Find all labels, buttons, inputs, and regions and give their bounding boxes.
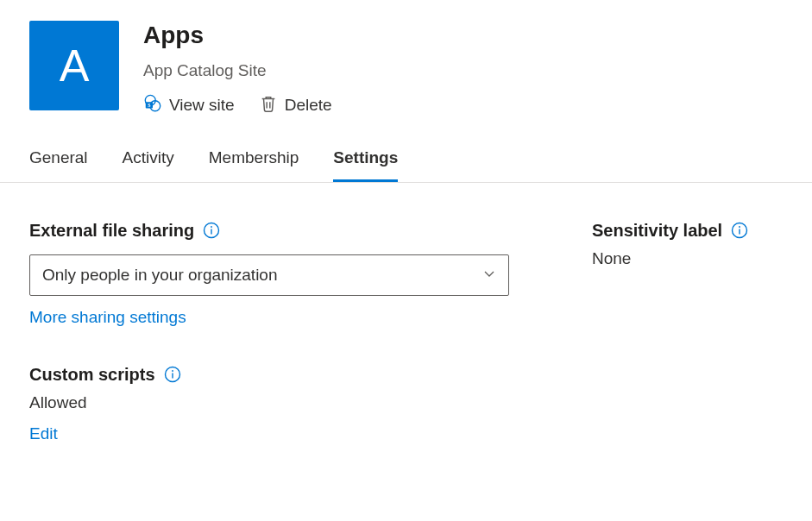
custom-scripts-title-row: Custom scripts: [29, 365, 509, 385]
more-sharing-settings-link[interactable]: More sharing settings: [29, 308, 186, 327]
tab-membership[interactable]: Membership: [209, 148, 299, 182]
external-sharing-value: Only people in your organization: [42, 266, 278, 285]
sharepoint-icon: S: [143, 94, 162, 117]
view-site-label: View site: [169, 96, 235, 115]
sensitivity-title-row: Sensitivity label: [592, 221, 748, 241]
site-header: A Apps App Catalog Site S View site: [0, 0, 812, 117]
external-sharing-title-row: External file sharing: [29, 221, 509, 241]
tab-general[interactable]: General: [29, 148, 88, 182]
svg-point-12: [739, 226, 740, 228]
tab-bar: General Activity Membership Settings: [0, 117, 812, 183]
site-logo: A: [29, 21, 119, 110]
info-icon[interactable]: [164, 366, 181, 383]
chevron-down-icon: [482, 266, 496, 285]
tab-activity[interactable]: Activity: [123, 148, 174, 182]
header-actions: S View site Delete: [143, 94, 332, 117]
svg-point-6: [211, 226, 212, 228]
external-sharing-title: External file sharing: [29, 221, 194, 241]
svg-point-9: [172, 370, 173, 372]
delete-button[interactable]: Delete: [259, 94, 332, 117]
site-subtitle: App Catalog Site: [143, 61, 332, 80]
custom-scripts-title: Custom scripts: [29, 365, 155, 385]
info-icon[interactable]: [731, 222, 748, 239]
external-sharing-section: External file sharing Only people in you…: [29, 221, 509, 327]
site-meta: Apps App Catalog Site S View site: [143, 21, 332, 117]
view-site-button[interactable]: S View site: [143, 94, 235, 117]
delete-label: Delete: [285, 96, 332, 115]
left-column: External file sharing Only people in you…: [29, 221, 509, 443]
site-title: Apps: [143, 22, 332, 49]
external-sharing-dropdown[interactable]: Only people in your organization: [29, 254, 509, 296]
custom-scripts-edit-link[interactable]: Edit: [29, 424, 58, 443]
sensitivity-title: Sensitivity label: [592, 221, 722, 241]
trash-icon: [259, 94, 278, 117]
right-column: Sensitivity label None: [592, 221, 748, 443]
settings-content: External file sharing Only people in you…: [0, 183, 812, 443]
custom-scripts-value: Allowed: [29, 393, 509, 412]
tab-settings[interactable]: Settings: [333, 148, 398, 182]
sensitivity-section: Sensitivity label None: [592, 221, 748, 268]
custom-scripts-section: Custom scripts Allowed Edit: [29, 365, 509, 443]
info-icon[interactable]: [203, 222, 220, 239]
site-logo-letter: A: [60, 40, 90, 91]
sensitivity-value: None: [592, 249, 748, 268]
